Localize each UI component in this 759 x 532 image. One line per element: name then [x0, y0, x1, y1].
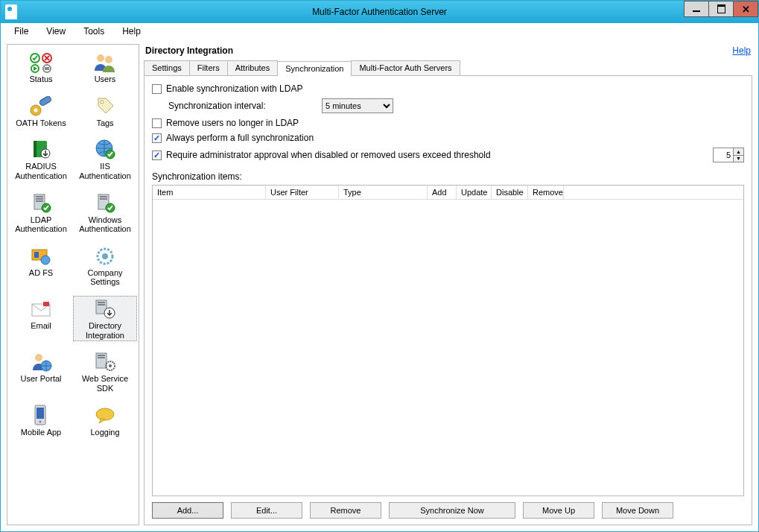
- full-sync-checkbox[interactable]: [152, 133, 162, 143]
- col-type[interactable]: Type: [339, 186, 428, 199]
- tab-mfa-servers[interactable]: Multi-Factor Auth Servers: [351, 60, 460, 75]
- nav-ldap[interactable]: LDAP Authentication: [9, 190, 73, 235]
- spin-down[interactable]: ▼: [733, 156, 743, 162]
- sync-items-table[interactable]: Item User Filter Type Add Update Disable…: [152, 185, 744, 496]
- nav-label: User Portal: [20, 374, 61, 384]
- nav-label: Directory Integration: [74, 321, 136, 340]
- nav-radius[interactable]: RADIUS Authentication: [9, 136, 73, 182]
- nav-adfs[interactable]: AD FS: [9, 243, 73, 288]
- svg-rect-19: [36, 200, 43, 202]
- svg-point-36: [35, 354, 42, 361]
- nav-sdk[interactable]: Web Service SDK: [73, 349, 137, 394]
- svg-point-5: [97, 54, 104, 62]
- user-globe-icon: [28, 350, 54, 374]
- col-add[interactable]: Add: [428, 186, 457, 199]
- nav-label: Mobile App: [21, 428, 61, 437]
- svg-point-27: [41, 256, 50, 265]
- tab-settings[interactable]: Settings: [144, 60, 190, 75]
- table-body: [153, 200, 743, 495]
- threshold-spinner[interactable]: ▲ ▼: [713, 148, 744, 162]
- server-icon: [28, 191, 54, 215]
- menu-view[interactable]: View: [39, 25, 73, 38]
- nav-label: LDAP Authentication: [10, 215, 72, 234]
- threshold-input[interactable]: [714, 148, 733, 162]
- move-up-button[interactable]: Move Up: [523, 502, 594, 519]
- nav-label: Windows Authentication: [74, 215, 136, 234]
- content-area: Status Users OATH Tokens Tags RADIUS Aut…: [1, 39, 758, 531]
- sidebar: Status Users OATH Tokens Tags RADIUS Aut…: [7, 44, 139, 525]
- table-header: Item User Filter Type Add Update Disable…: [153, 186, 743, 200]
- titlebar: Multi-Factor Authentication Server: [1, 1, 758, 23]
- col-update[interactable]: Update: [457, 186, 492, 199]
- nav-portal[interactable]: User Portal: [9, 349, 73, 394]
- nav-users[interactable]: Users: [73, 49, 137, 86]
- nav-directory[interactable]: Directory Integration: [73, 296, 137, 341]
- remove-users-checkbox[interactable]: [152, 118, 162, 128]
- menu-file[interactable]: File: [7, 25, 36, 38]
- menu-help[interactable]: Help: [115, 25, 148, 38]
- remove-users-label: Remove users no longer in LDAP: [166, 118, 299, 128]
- sync-items-label: Synchronization items:: [152, 171, 242, 182]
- svg-rect-44: [36, 408, 44, 419]
- nav-iis[interactable]: IIS Authentication: [73, 136, 137, 182]
- remove-button[interactable]: Remove: [310, 502, 381, 519]
- enable-sync-label: Enable synchronization with LDAP: [166, 83, 302, 94]
- window-buttons: [685, 1, 758, 23]
- svg-point-10: [101, 101, 104, 104]
- tab-strip: Settings Filters Attributes Synchronizat…: [144, 60, 752, 76]
- close-button[interactable]: [733, 1, 758, 17]
- spin-up[interactable]: ▲: [733, 148, 743, 156]
- nav-label: Users: [95, 75, 116, 84]
- edit-button[interactable]: Edit...: [231, 502, 302, 519]
- nav-label: RADIUS Authentication: [10, 162, 72, 180]
- svg-rect-26: [34, 252, 39, 258]
- tab-synchronization[interactable]: Synchronization: [277, 61, 352, 76]
- enable-sync-checkbox[interactable]: [152, 84, 162, 94]
- nav-label: Logging: [90, 428, 119, 437]
- col-remove[interactable]: Remove: [528, 186, 564, 199]
- sync-now-button[interactable]: Synchronize Now: [389, 502, 515, 519]
- col-spacer: [564, 186, 743, 199]
- add-button[interactable]: Add...: [152, 502, 223, 519]
- tab-attributes[interactable]: Attributes: [227, 60, 278, 75]
- interval-select[interactable]: 5 minutes: [322, 98, 393, 113]
- move-down-button[interactable]: Move Down: [602, 502, 673, 519]
- nav-oath[interactable]: OATH Tokens: [9, 93, 73, 130]
- nav-logging[interactable]: Logging: [73, 402, 137, 439]
- maximize-button[interactable]: [708, 1, 734, 17]
- nav-mobile[interactable]: Mobile App: [9, 402, 73, 439]
- col-disable[interactable]: Disable: [492, 186, 528, 199]
- action-buttons: Add... Edit... Remove Synchronize Now Mo…: [152, 502, 744, 519]
- nav-windows[interactable]: Windows Authentication: [73, 190, 137, 235]
- bubble-icon: [92, 404, 118, 428]
- minimize-button[interactable]: [684, 1, 709, 17]
- nav-status[interactable]: Status: [9, 49, 73, 86]
- directory-icon: [92, 297, 118, 321]
- col-userfilter[interactable]: User Filter: [266, 186, 339, 199]
- svg-rect-12: [34, 141, 36, 157]
- nav-label: Tags: [96, 118, 113, 128]
- app-icon: [5, 4, 17, 19]
- globe-icon: [92, 138, 118, 162]
- tag-icon: [92, 95, 118, 118]
- svg-point-8: [34, 108, 38, 112]
- nav-label: OATH Tokens: [16, 118, 66, 128]
- tab-filters[interactable]: Filters: [189, 60, 228, 75]
- svg-rect-31: [43, 302, 49, 306]
- adfs-icon: [28, 244, 54, 268]
- nav-label: Status: [29, 75, 52, 84]
- main-panel: Directory Integration Help Settings Filt…: [144, 44, 752, 525]
- key-icon: [28, 95, 54, 118]
- col-item[interactable]: Item: [153, 186, 266, 199]
- nav-email[interactable]: Email: [9, 296, 73, 341]
- menu-tools[interactable]: Tools: [76, 25, 112, 38]
- svg-rect-9: [39, 95, 52, 107]
- phone-icon: [28, 404, 54, 428]
- require-approval-checkbox[interactable]: [152, 151, 162, 160]
- nav-label: Web Service SDK: [74, 374, 136, 393]
- nav-tags[interactable]: Tags: [73, 93, 137, 130]
- svg-rect-17: [36, 196, 43, 197]
- help-link[interactable]: Help: [732, 45, 751, 56]
- app-window: Multi-Factor Authentication Server File …: [0, 0, 759, 532]
- nav-company[interactable]: Company Settings: [73, 243, 137, 288]
